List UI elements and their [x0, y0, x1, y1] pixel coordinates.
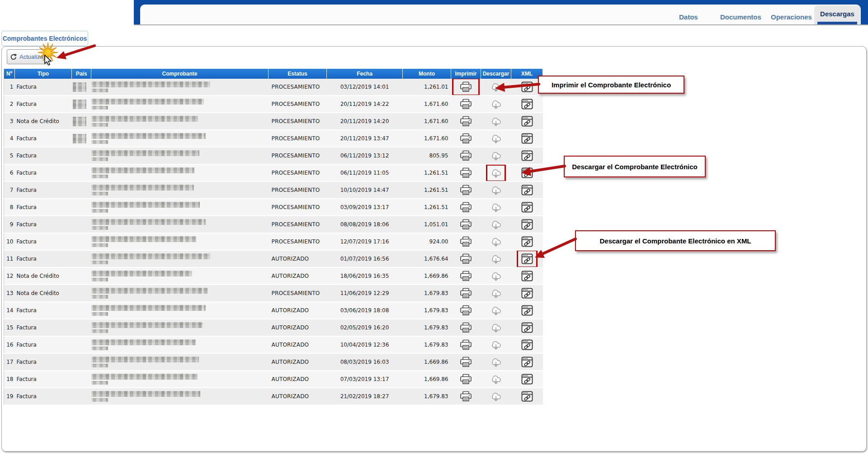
cell-pais	[72, 199, 91, 216]
cell-monto: 1,679.83	[403, 319, 451, 336]
printer-icon[interactable]	[460, 219, 472, 230]
actualizar-button[interactable]: Actualizar	[7, 49, 47, 64]
printer-icon[interactable]	[460, 185, 472, 195]
cell-imprimir	[451, 388, 481, 405]
xml-window-icon[interactable]	[521, 236, 533, 247]
cloud-download-icon[interactable]	[490, 271, 502, 281]
cloud-download-icon[interactable]	[490, 168, 502, 178]
xml-window-icon[interactable]	[521, 99, 533, 109]
cell-comprobante	[91, 336, 269, 353]
xml-window-icon[interactable]	[521, 116, 533, 127]
col-header-3: Comprobante	[91, 69, 269, 79]
nav-tab-descargas-active[interactable]: Descargas	[814, 5, 860, 24]
cloud-download-icon[interactable]	[490, 133, 502, 144]
printer-icon[interactable]	[460, 167, 472, 178]
printer-icon[interactable]	[460, 305, 472, 316]
cloud-download-icon[interactable]	[490, 391, 502, 402]
xml-window-icon[interactable]	[521, 288, 533, 299]
printer-icon[interactable]	[460, 253, 472, 264]
cell-numero: 1	[4, 79, 15, 95]
redacted-comprobante-line2	[91, 192, 108, 195]
printer-icon[interactable]	[460, 357, 472, 367]
cloud-download-icon[interactable]	[490, 374, 502, 385]
table-row: 4Factura PROCESAMIENTO20/11/2019 13:471,…	[4, 130, 543, 147]
cloud-download-icon[interactable]	[490, 151, 502, 161]
printer-icon[interactable]	[460, 374, 472, 385]
cell-descargar	[481, 250, 511, 267]
xml-window-icon[interactable]	[521, 185, 533, 195]
printer-icon[interactable]	[460, 391, 472, 402]
cloud-download-icon[interactable]	[490, 288, 502, 299]
xml-window-icon[interactable]	[521, 322, 533, 333]
xml-window-icon[interactable]	[521, 219, 533, 230]
cell-estatus: PROCESAMIENTO	[269, 130, 327, 147]
printer-icon[interactable]	[460, 322, 472, 333]
cell-monto: 1,671.60	[403, 113, 451, 130]
xml-window-icon[interactable]	[521, 391, 533, 402]
cell-fecha: 03/09/2019 13:17	[327, 199, 403, 216]
redacted-comprobante	[91, 99, 204, 105]
cloud-download-icon[interactable]	[490, 357, 502, 367]
cell-monto: 1,051.01	[403, 216, 451, 233]
redacted-comprobante	[91, 339, 196, 345]
cloud-download-icon[interactable]	[490, 202, 502, 213]
cell-monto: 1,679.83	[403, 336, 451, 353]
cell-imprimir	[451, 285, 481, 302]
cell-fecha: 08/08/2019 18:06	[327, 216, 403, 233]
xml-window-icon[interactable]	[521, 305, 533, 316]
redacted-comprobante	[91, 391, 200, 397]
cell-pais	[72, 267, 91, 285]
cloud-download-icon[interactable]	[490, 185, 502, 195]
xml-window-icon[interactable]	[521, 81, 533, 92]
cell-comprobante	[91, 216, 269, 233]
nav-link-operaciones[interactable]: Operaciones	[771, 13, 812, 21]
cloud-download-icon[interactable]	[490, 99, 502, 109]
printer-icon[interactable]	[460, 339, 472, 350]
xml-window-icon[interactable]	[521, 357, 533, 367]
redacted-comprobante	[91, 133, 206, 139]
printer-icon[interactable]	[460, 99, 472, 109]
nav-link-datos[interactable]: Datos	[679, 13, 698, 21]
cell-pais	[72, 250, 91, 267]
xml-window-icon[interactable]	[521, 339, 533, 350]
xml-window-icon[interactable]	[521, 202, 533, 213]
table-row: 14Factura AUTORIZADO03/06/2019 18:081,67…	[4, 302, 543, 319]
redacted-comprobante	[91, 150, 199, 156]
xml-window-icon[interactable]	[521, 133, 533, 144]
cell-estatus: AUTORIZADO	[269, 388, 327, 405]
printer-icon[interactable]	[460, 271, 472, 281]
printer-icon[interactable]	[460, 81, 472, 92]
cell-comprobante	[91, 199, 269, 216]
printer-icon[interactable]	[460, 150, 472, 161]
printer-icon[interactable]	[460, 133, 472, 144]
callout-imprimir: Imprimir el Comprobante Electrónico	[538, 76, 684, 94]
printer-icon[interactable]	[460, 202, 472, 213]
cell-estatus: PROCESAMIENTO	[269, 233, 327, 250]
xml-window-icon[interactable]	[521, 253, 533, 264]
cloud-download-icon[interactable]	[490, 305, 502, 316]
xml-window-icon[interactable]	[521, 150, 533, 161]
cloud-download-icon[interactable]	[490, 116, 502, 127]
cell-fecha: 07/03/2019 13:17	[327, 371, 403, 388]
cloud-download-icon[interactable]	[490, 219, 502, 230]
col-header-7: Imprimir	[451, 69, 481, 79]
cell-tipo: Factura	[15, 199, 72, 216]
xml-window-icon[interactable]	[521, 167, 533, 178]
cloud-download-icon[interactable]	[490, 323, 502, 333]
tab-comprobantes-electronicos[interactable]: Comprobantes Electrónicos	[1, 31, 88, 46]
xml-window-icon[interactable]	[521, 374, 533, 385]
table-row: 12Nota de Crédito AUTORIZADO18/06/2019 1…	[4, 267, 543, 285]
cell-tipo: Factura	[15, 164, 72, 181]
cloud-download-icon[interactable]	[490, 82, 502, 92]
cloud-download-icon[interactable]	[490, 254, 502, 264]
cloud-download-icon[interactable]	[490, 237, 502, 247]
printer-icon[interactable]	[460, 236, 472, 247]
printer-icon[interactable]	[460, 288, 472, 299]
col-header-4: Estatus	[269, 69, 327, 79]
cell-estatus: AUTORIZADO	[269, 250, 327, 267]
xml-window-icon[interactable]	[521, 271, 533, 281]
cell-monto: 1,669.86	[403, 353, 451, 371]
cloud-download-icon[interactable]	[490, 340, 502, 350]
printer-icon[interactable]	[460, 116, 472, 127]
nav-link-documentos[interactable]: Documentos	[720, 13, 761, 21]
